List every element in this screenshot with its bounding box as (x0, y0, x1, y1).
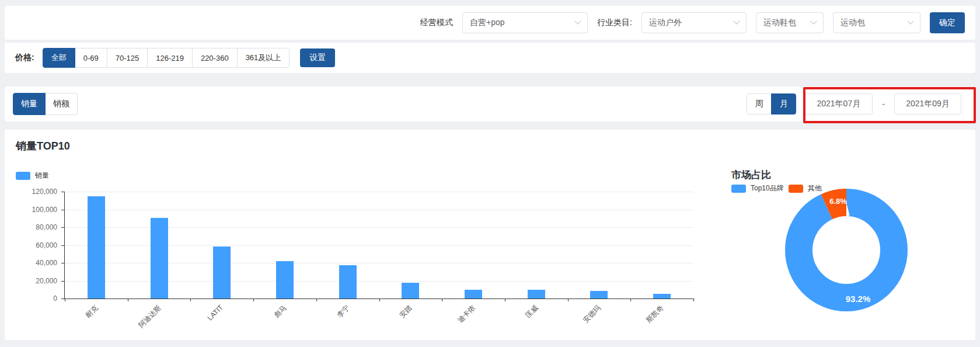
x-axis-label: 迪卡侬 (456, 303, 477, 325)
bar (339, 265, 357, 299)
price-option-0[interactable]: 全部 (43, 48, 75, 68)
period-tab-0[interactable]: 周 (747, 93, 772, 114)
category-label: 行业类目: (597, 18, 632, 28)
date-end-input[interactable]: 2021年09月 (894, 93, 961, 114)
metric-toggle: 销量销额 (13, 93, 78, 115)
bar-chart-legend[interactable]: 销量 (16, 171, 49, 181)
price-option-5[interactable]: 361及以上 (237, 48, 290, 68)
pie-value-other: 6.8% (829, 197, 847, 206)
date-separator: - (882, 99, 885, 109)
pie-legend-top10[interactable]: Top10品牌 (731, 183, 784, 193)
period-tab-1[interactable]: 月 (771, 93, 796, 114)
x-axis-label: 安德玛 (581, 303, 603, 325)
dashboard-page: 经营模式 自营+pop 行业类目: 运动户外 运动鞋包 运动包 确定 价格: 全… (0, 0, 980, 347)
x-axis-label: LATIT (206, 303, 225, 322)
mode-label: 经营模式 (420, 18, 453, 28)
y-axis-label: 80,000 (16, 223, 57, 231)
price-options: 全部0-6970-125126-219220-360361及以上 (43, 48, 290, 68)
bar (590, 291, 608, 299)
gridline (65, 210, 693, 210)
chevron-down-icon (574, 18, 581, 25)
legend-label-sales: 销量 (35, 171, 49, 181)
bar (402, 283, 419, 299)
gridline (65, 299, 693, 299)
price-label: 价格: (15, 53, 34, 63)
mode-select[interactable]: 自营+pop (462, 12, 588, 33)
price-option-1[interactable]: 0-69 (75, 48, 107, 68)
chart-card: 销量TOP10 销量 020,00040,00060,00080,000100,… (5, 130, 975, 340)
chevron-down-icon (907, 18, 913, 25)
mode-select-value: 自营+pop (470, 18, 505, 28)
toolbar: 销量销额 周月 2021年07月 - 2021年09月 (5, 86, 975, 122)
y-axis-label: 20,000 (16, 277, 57, 285)
y-axis-label: 0 (16, 294, 57, 303)
x-axis-label: 李宁 (335, 303, 352, 320)
period-group: 周月 2021年07月 - 2021年09月 (747, 93, 961, 114)
bar (88, 196, 105, 299)
bar (528, 290, 545, 299)
chevron-down-icon (733, 18, 740, 25)
leaf-category-select-value: 运动包 (841, 18, 865, 28)
bar (213, 247, 231, 299)
pie-value-top10: 93.2% (846, 294, 871, 304)
price-option-4[interactable]: 220-360 (192, 48, 238, 68)
x-axis-label: 匡威 (524, 303, 540, 320)
legend-swatch-sales (16, 172, 30, 180)
bar (465, 290, 482, 299)
x-axis-label: 阿迪达斯 (137, 303, 163, 330)
donut-slice-top10 (799, 203, 894, 298)
price-option-3[interactable]: 126-219 (147, 48, 193, 68)
price-settings-button[interactable]: 设置 (300, 48, 335, 67)
metric-tab-0[interactable]: 销量 (13, 93, 46, 115)
y-axis-label: 40,000 (16, 259, 57, 267)
x-axis-label: 安踏 (397, 303, 414, 320)
pie-chart-title: 市场占比 (731, 168, 771, 182)
bar-plot: 020,00040,00060,00080,000100,000120,000耐… (65, 192, 693, 299)
filter-bar: 经营模式 自营+pop 行业类目: 运动户外 运动鞋包 运动包 确定 (5, 6, 975, 40)
legend-swatch-top10 (731, 185, 746, 193)
y-axis-line (64, 192, 65, 299)
date-start-input[interactable]: 2021年07月 (804, 93, 873, 114)
bar (151, 218, 168, 299)
price-bar: 价格: 全部0-6970-125126-219220-360361及以上 设置 (5, 43, 975, 73)
y-axis-label: 60,000 (16, 241, 57, 249)
gridline (65, 192, 693, 192)
confirm-button[interactable]: 确定 (930, 12, 965, 33)
legend-label-top10: Top10品牌 (751, 183, 784, 193)
x-axis-label: 耐克 (83, 303, 100, 320)
subcategory-select-value: 运动鞋包 (763, 18, 796, 28)
period-toggle: 周月 (747, 93, 796, 114)
subcategory-select[interactable]: 运动鞋包 (756, 12, 824, 33)
bar (653, 294, 671, 299)
y-axis-label: 100,000 (16, 206, 57, 214)
metric-tab-1[interactable]: 销额 (45, 93, 78, 115)
x-axis-label: 彪马 (272, 303, 289, 320)
y-axis-label: 120,000 (16, 188, 57, 196)
chevron-down-icon (810, 18, 817, 25)
bar-chart-title: 销量TOP10 (16, 139, 70, 153)
x-axis-label: 斯凯奇 (644, 303, 666, 325)
bar (276, 261, 294, 299)
leaf-category-select[interactable]: 运动包 (833, 12, 920, 33)
x-axis-tick (693, 299, 694, 301)
category-select[interactable]: 运动户外 (641, 12, 747, 33)
price-option-2[interactable]: 70-125 (107, 48, 148, 68)
category-select-value: 运动户外 (649, 18, 682, 28)
